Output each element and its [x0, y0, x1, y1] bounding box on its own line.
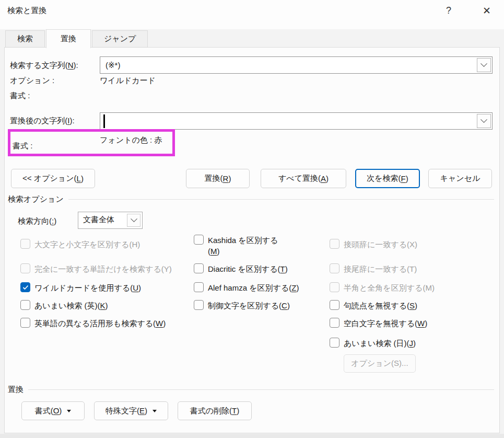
- find-option-row: Alef hamza を区別する(Z): [194, 282, 299, 293]
- find-option-label: 接尾辞に一致する(T): [344, 263, 417, 274]
- checkbox[interactable]: [194, 300, 204, 310]
- checkbox: [330, 239, 339, 249]
- tab-replace[interactable]: 置換: [46, 29, 91, 48]
- replace-tab-page: 検索する文字列(N): (※*) オプション : ワイルドカード 書式 : 置換…: [4, 47, 500, 433]
- find-option-row: あいまい検索 (英)(K): [20, 300, 108, 311]
- checkbox: [20, 263, 30, 273]
- find-option-label: Alef hamza を区別する(Z): [208, 282, 299, 293]
- close-icon[interactable]: ✕: [478, 2, 496, 19]
- find-option-row: 制御文字を区別する(C): [194, 300, 290, 311]
- find-option-label: 英単語の異なる活用形も検索する(W): [34, 318, 166, 329]
- toggle-options-button[interactable]: << オプション(L): [11, 169, 95, 188]
- find-what-combobox[interactable]: (※*): [100, 56, 493, 74]
- cancel-button[interactable]: キャンセル: [428, 169, 492, 188]
- checkbox[interactable]: [194, 263, 204, 273]
- triangle-down-icon: [153, 410, 157, 412]
- find-option-label: 空白文字を無視する(W): [344, 318, 427, 329]
- find-what-label: 検索する文字列(N):: [10, 60, 78, 71]
- tab-strip: 検索 置換 ジャンプ: [5, 29, 149, 48]
- find-what-value: (※*): [106, 60, 120, 71]
- chevron-down-icon: [480, 116, 487, 123]
- dialog-title: 検索と置換: [7, 6, 46, 16]
- replace-group-label: 置換: [8, 385, 24, 395]
- find-option-row: 空白文字を無視する(W): [330, 318, 427, 329]
- search-options-group-header: 検索オプション: [8, 194, 494, 204]
- find-option-row: 英単語の異なる活用形も検索する(W): [20, 318, 166, 329]
- find-option-label: 半角と全角を区別する(M): [344, 282, 435, 293]
- search-direction-value: 文書全体: [83, 215, 114, 225]
- checkbox: [330, 282, 339, 292]
- find-option-label: Diacritic を区別する(T): [208, 263, 288, 274]
- checkbox-checked[interactable]: [20, 282, 30, 292]
- find-option-label: あいまい検索 (日)(J): [344, 338, 416, 349]
- find-option-row: 半角と全角を区別する(M): [330, 282, 435, 293]
- replace-format-value: フォントの色 : 赤: [100, 135, 162, 145]
- find-options-value: ワイルドカード: [100, 75, 156, 86]
- special-character-button-label: 特殊文字(E): [106, 406, 147, 416]
- find-option-label: 完全に一致する単語だけを検索する(Y): [34, 263, 172, 274]
- checkbox: [20, 239, 30, 249]
- find-option-row: 句読点を無視する(S): [330, 300, 417, 311]
- find-option-row: 完全に一致する単語だけを検索する(Y): [20, 263, 172, 274]
- search-direction-label: 検索方向(:): [18, 216, 56, 226]
- find-next-button[interactable]: 次を検索(F): [355, 169, 420, 188]
- replace-with-label: 置換後の文字列(I):: [10, 116, 75, 126]
- find-option-label: 句読点を無視する(S): [344, 300, 417, 311]
- checkbox[interactable]: [330, 338, 339, 348]
- find-option-label: 接頭辞に一致する(X): [344, 239, 417, 250]
- title-bar: 検索と置換 ? ✕: [0, 0, 504, 29]
- fuzzy-options-button: オプション(S)...: [344, 354, 416, 373]
- help-icon[interactable]: ?: [440, 2, 458, 19]
- search-options-group-label: 検索オプション: [8, 194, 64, 204]
- find-option-label: 大文字と小文字を区別する(H): [34, 239, 140, 250]
- format-menu-button-label: 書式(O): [35, 406, 62, 416]
- find-option-row: ワイルドカードを使用する(U): [20, 282, 141, 293]
- find-option-row: 接尾辞に一致する(T): [330, 263, 417, 274]
- format-menu-button[interactable]: 書式(O): [21, 401, 85, 420]
- find-options-label: オプション :: [10, 75, 54, 86]
- replace-group-header: 置換: [8, 385, 494, 395]
- tab-search[interactable]: 検索: [5, 30, 45, 48]
- special-character-menu-button[interactable]: 特殊文字(E): [94, 401, 168, 420]
- replace-with-dropdown-button[interactable]: [477, 114, 491, 128]
- checkbox[interactable]: [20, 318, 30, 328]
- find-option-row: あいまい検索 (日)(J): [330, 338, 416, 349]
- search-direction-dropdown-button[interactable]: [127, 214, 140, 227]
- checkbox[interactable]: [330, 300, 339, 310]
- checkbox[interactable]: [330, 318, 339, 328]
- search-direction-select[interactable]: 文書全体: [78, 212, 143, 229]
- chevron-down-icon: [131, 215, 137, 222]
- find-option-label: ワイルドカードを使用する(U): [34, 282, 141, 293]
- find-option-row: Kashida を区別する (M): [194, 235, 278, 257]
- find-option-row: Diacritic を区別する(T): [194, 263, 288, 274]
- tab-goto[interactable]: ジャンプ: [92, 30, 148, 48]
- replace-button[interactable]: 置換(R): [186, 169, 250, 188]
- find-what-dropdown-button[interactable]: [477, 58, 491, 72]
- find-option-label: Kashida を区別する (M): [208, 235, 278, 257]
- find-format-label: 書式 :: [10, 90, 30, 101]
- clear-formatting-button[interactable]: 書式の削除(T): [178, 401, 252, 420]
- text-caret: [103, 114, 105, 128]
- clear-formatting-button-label: 書式の削除(T): [190, 406, 240, 416]
- group-divider: [68, 199, 494, 200]
- replace-with-combobox[interactable]: [100, 112, 493, 130]
- group-divider: [28, 389, 494, 390]
- find-replace-dialog: 検索と置換 ? ✕ 検索 置換 ジャンプ 検索する文字列(N): (※*) オプ…: [0, 0, 504, 438]
- format-highlight-annotation: 書式 : フォントの色 : 赤: [8, 129, 175, 156]
- checkbox[interactable]: [194, 235, 204, 245]
- find-option-label: あいまい検索 (英)(K): [34, 300, 108, 311]
- find-option-row: 大文字と小文字を区別する(H): [20, 239, 140, 250]
- replace-all-button[interactable]: すべて置換(A): [261, 169, 346, 188]
- chevron-down-icon: [480, 60, 487, 67]
- dialog-bottom-edge: [0, 434, 504, 438]
- triangle-down-icon: [67, 410, 71, 412]
- checkbox[interactable]: [194, 282, 204, 292]
- checkbox: [330, 263, 339, 273]
- find-option-row: 接頭辞に一致する(X): [330, 239, 417, 250]
- checkbox[interactable]: [20, 300, 30, 310]
- find-option-label: 制御文字を区別する(C): [208, 300, 290, 311]
- replace-format-label: 書式 :: [13, 141, 32, 151]
